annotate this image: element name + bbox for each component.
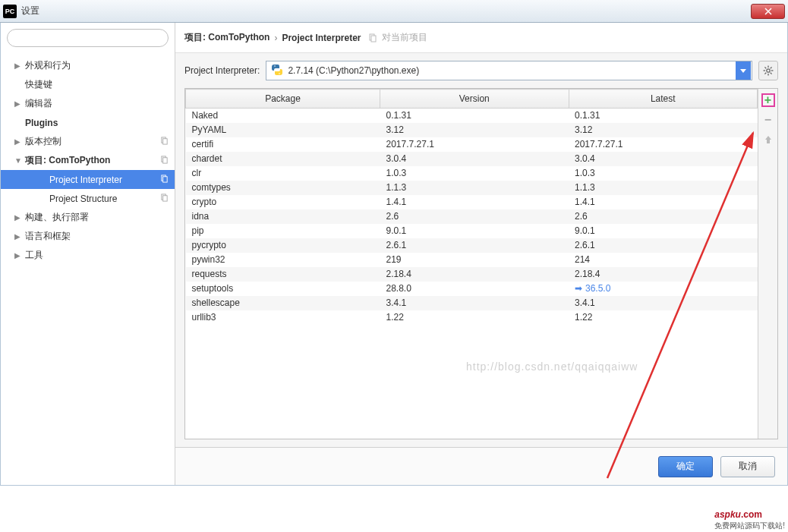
svg-line-20 [771, 73, 772, 74]
arrow-up-icon [764, 135, 773, 144]
sidebar-item-10[interactable]: ▶工具 [1, 246, 175, 265]
svg-line-22 [764, 73, 766, 74]
tree-arrow-icon: ▼ [14, 156, 22, 165]
watermark-logo: aspku.com 免费网站源码下载站! [714, 499, 785, 529]
table-row[interactable]: chardet3.0.43.0.4 [186, 152, 758, 166]
table-row[interactable]: requests2.18.42.18.4 [186, 267, 758, 282]
table-row[interactable]: comtypes1.1.31.1.3 [186, 181, 758, 195]
sidebar-item-9[interactable]: ▶语言和框架 [1, 227, 175, 246]
window-title: 设置 [21, 5, 751, 17]
table-row[interactable]: pip9.0.19.0.1 [186, 224, 758, 238]
table-actions: + − [758, 89, 777, 439]
tree-arrow-icon: ▶ [14, 213, 22, 222]
ok-button[interactable]: 确定 [658, 456, 713, 477]
settings-tree: ▶外观和行为快捷键▶编辑器Plugins▶版本控制▼项目: ComToPytho… [1, 53, 175, 485]
table-row[interactable]: shellescape3.4.13.4.1 [186, 296, 758, 310]
col-version[interactable]: Version [380, 90, 569, 109]
tree-arrow-icon: ▶ [14, 99, 22, 108]
tree-arrow-icon: ▶ [14, 251, 22, 260]
sidebar-item-label: 构建、执行部署 [25, 211, 169, 224]
tree-arrow-icon: ▶ [14, 232, 22, 241]
content-pane: 项目: ComToPython › Project Interpreter 对当… [175, 23, 787, 485]
sidebar-item-label: 项目: ComToPython [25, 154, 160, 167]
svg-rect-9 [163, 196, 168, 201]
upgrade-package-button[interactable] [761, 133, 775, 146]
interpreter-label: Project Interpreter: [184, 65, 260, 76]
copy-icon [160, 175, 169, 184]
sidebar-item-label: 语言和框架 [25, 230, 169, 243]
table-row[interactable]: urllib31.221.22 [186, 310, 758, 325]
interpreter-row: Project Interpreter: 2.7.14 (C:\Python27… [175, 53, 787, 88]
tree-arrow-icon: ▶ [14, 61, 22, 70]
table-row[interactable]: pycrypto2.6.12.6.1 [186, 238, 758, 253]
svg-line-19 [764, 67, 766, 68]
package-table: Package Version Latest Naked0.1.310.1.31… [185, 89, 758, 325]
table-scroll[interactable]: Package Version Latest Naked0.1.310.1.31… [185, 89, 758, 439]
close-button[interactable] [751, 4, 785, 19]
copy-icon [160, 156, 169, 165]
table-row[interactable]: clr1.0.31.0.3 [186, 166, 758, 181]
sidebar-item-label: 工具 [25, 249, 169, 262]
sidebar-item-6[interactable]: Project Interpreter [1, 170, 175, 189]
main-area: ▶外观和行为快捷键▶编辑器Plugins▶版本控制▼项目: ComToPytho… [0, 23, 788, 486]
table-row[interactable]: idna2.62.6 [186, 209, 758, 224]
sidebar-item-2[interactable]: ▶编辑器 [1, 94, 175, 113]
tree-arrow-icon: ▶ [14, 137, 22, 146]
table-row[interactable]: certifi2017.7.27.12017.7.27.1 [186, 137, 758, 152]
close-icon [764, 8, 772, 15]
breadcrumb-page: Project Interpreter [282, 33, 361, 43]
sidebar-item-3[interactable]: Plugins [1, 113, 175, 132]
sidebar-item-7[interactable]: Project Structure [1, 189, 175, 208]
sidebar-item-8[interactable]: ▶构建、执行部署 [1, 208, 175, 227]
remove-package-button[interactable]: − [761, 113, 775, 127]
sidebar: ▶外观和行为快捷键▶编辑器Plugins▶版本控制▼项目: ComToPytho… [1, 23, 175, 485]
table-row[interactable]: PyYAML3.123.12 [186, 123, 758, 137]
add-package-button[interactable]: + [761, 93, 775, 107]
sidebar-item-label: 编辑器 [25, 97, 169, 110]
interpreter-select[interactable]: 2.7.14 (C:\Python27\python.exe) [266, 61, 752, 80]
search-wrap [1, 23, 175, 53]
chevron-down-icon [740, 69, 746, 73]
breadcrumb-project: 项目: ComToPython [184, 31, 269, 44]
svg-point-13 [279, 73, 281, 74]
svg-rect-3 [163, 139, 168, 144]
titlebar: PC 设置 [0, 0, 788, 23]
svg-rect-7 [163, 177, 168, 182]
col-latest[interactable]: Latest [569, 90, 758, 109]
svg-point-12 [275, 65, 276, 67]
svg-point-14 [767, 69, 770, 72]
sidebar-item-label: Project Interpreter [49, 175, 160, 185]
table-row[interactable]: crypto1.4.11.4.1 [186, 195, 758, 209]
search-input[interactable] [7, 29, 169, 47]
breadcrumb: 项目: ComToPython › Project Interpreter 对当… [175, 23, 787, 53]
update-available-icon: ➡ [575, 283, 582, 294]
watermark-url: http://blog.csdn.net/qqaiqqaiww [466, 360, 638, 373]
sidebar-item-0[interactable]: ▶外观和行为 [1, 56, 175, 75]
svg-rect-11 [371, 36, 376, 42]
sidebar-item-label: Plugins [25, 118, 169, 128]
table-row[interactable]: pywin32219214 [186, 253, 758, 267]
svg-line-21 [771, 67, 772, 68]
col-package[interactable]: Package [186, 90, 380, 109]
sidebar-item-label: Project Structure [49, 194, 160, 204]
copy-icon [160, 137, 169, 146]
breadcrumb-hint: 对当前项目 [382, 31, 427, 44]
python-icon [271, 64, 283, 78]
breadcrumb-sep: › [274, 33, 277, 43]
svg-rect-5 [163, 158, 168, 163]
sidebar-item-label: 外观和行为 [25, 59, 169, 72]
sidebar-item-label: 快捷键 [25, 78, 169, 91]
gear-icon [763, 65, 774, 76]
package-table-area: Package Version Latest Naked0.1.310.1.31… [184, 88, 778, 439]
table-row[interactable]: Naked0.1.310.1.31 [186, 109, 758, 123]
sidebar-item-label: 版本控制 [25, 135, 160, 148]
interpreter-value: 2.7.14 (C:\Python27\python.exe) [288, 65, 733, 76]
sidebar-item-4[interactable]: ▶版本控制 [1, 132, 175, 151]
cancel-button[interactable]: 取消 [720, 456, 775, 477]
table-row[interactable]: setuptools28.8.0➡36.5.0 [186, 282, 758, 296]
sidebar-item-5[interactable]: ▼项目: ComToPython [1, 151, 175, 170]
sidebar-item-1[interactable]: 快捷键 [1, 75, 175, 94]
interpreter-settings-button[interactable] [758, 61, 778, 80]
app-icon: PC [3, 5, 17, 18]
dropdown-button[interactable] [736, 61, 751, 80]
